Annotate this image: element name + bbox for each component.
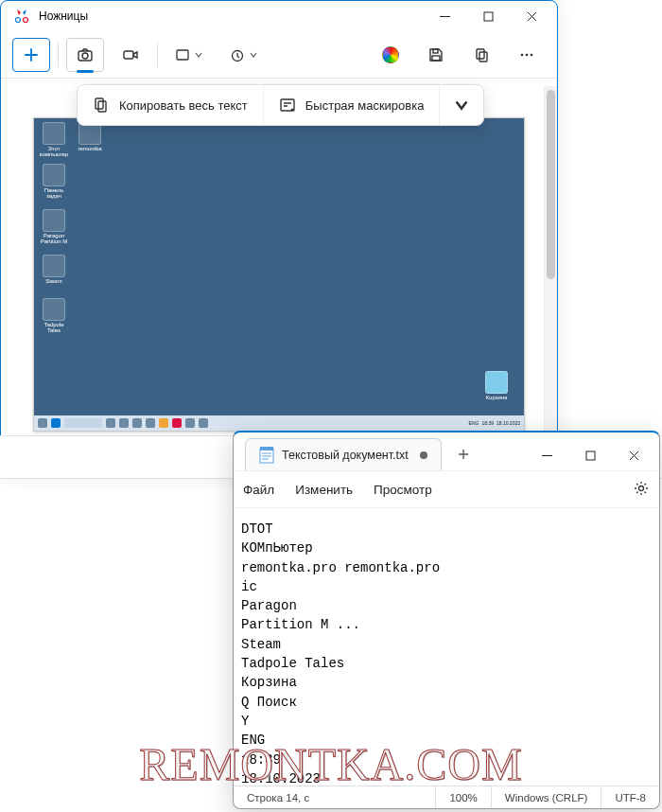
svg-rect-22 bbox=[586, 451, 595, 460]
svg-rect-15 bbox=[96, 98, 103, 109]
svg-rect-11 bbox=[479, 52, 487, 62]
menu-edit[interactable]: Изменить bbox=[295, 483, 353, 497]
status-encoding: UTF-8 bbox=[601, 786, 659, 808]
snipping-tool-icon bbox=[14, 9, 29, 24]
desktop-icon-recycle-bin: Корзина bbox=[480, 371, 513, 400]
svg-rect-10 bbox=[477, 49, 484, 59]
svg-rect-2 bbox=[484, 12, 493, 21]
notepad-close-button[interactable] bbox=[612, 440, 655, 470]
notepad-titlebar: Текстовый документ.txt bbox=[234, 432, 659, 470]
quick-redact-label: Быстрая маскировка bbox=[305, 98, 425, 113]
notepad-minimize-button[interactable] bbox=[525, 440, 568, 470]
close-button[interactable] bbox=[510, 1, 553, 31]
desktop-icon: Этот компьютер bbox=[38, 122, 70, 157]
svg-rect-6 bbox=[177, 50, 188, 60]
screenshot-taskbar: ENG 18:39 18.10.2023 bbox=[34, 415, 524, 431]
titlebar: Ножницы bbox=[1, 1, 557, 31]
copy-all-text-label: Копировать весь текст bbox=[119, 98, 248, 113]
svg-point-12 bbox=[521, 53, 524, 56]
snipping-tool-window: Ножницы Копирова bbox=[0, 0, 558, 473]
quick-redact-button[interactable]: Быстрая маскировка bbox=[264, 85, 441, 125]
separator bbox=[58, 43, 59, 67]
minimize-button[interactable] bbox=[423, 1, 466, 31]
svg-rect-5 bbox=[124, 51, 133, 59]
unsaved-indicator-icon bbox=[420, 451, 427, 459]
edit-in-paint-button[interactable] bbox=[372, 38, 409, 72]
window-title: Ножницы bbox=[39, 9, 423, 23]
delay-dropdown[interactable] bbox=[220, 38, 268, 72]
desktop-icon: Tadpole Tales bbox=[38, 298, 70, 333]
notepad-text-area[interactable]: DTOT КОМпЬютер remontka.pro remontka.pro… bbox=[234, 508, 659, 786]
toolbar bbox=[1, 31, 557, 79]
menu-view[interactable]: Просмотр bbox=[374, 483, 432, 497]
screenshot-tray: ENG 18:39 18.10.2023 bbox=[469, 420, 520, 426]
notepad-menubar: Файл Изменить Просмотр bbox=[234, 470, 659, 508]
copy-button[interactable] bbox=[462, 38, 500, 72]
desktop-icon: Панель задач bbox=[38, 164, 70, 199]
svg-point-13 bbox=[526, 53, 529, 56]
document-filename: Текстовый документ.txt bbox=[282, 449, 409, 462]
status-zoom: 100% bbox=[436, 786, 491, 808]
actions-dropdown[interactable] bbox=[440, 85, 483, 125]
canvas-area: Этот компьютерremontkaПанель задачParago… bbox=[10, 86, 548, 463]
svg-point-14 bbox=[531, 53, 533, 56]
status-eol: Windows (CRLF) bbox=[492, 786, 602, 808]
notepad-statusbar: Строка 14, с 100% Windows (CRLF) UTF-8 bbox=[234, 786, 659, 808]
settings-button[interactable] bbox=[633, 480, 650, 500]
desktop-icon: remontka bbox=[74, 122, 106, 151]
desktop-icon: Steam bbox=[38, 255, 70, 284]
svg-point-1 bbox=[24, 18, 28, 23]
menu-file[interactable]: Файл bbox=[243, 483, 274, 497]
svg-point-0 bbox=[16, 18, 21, 23]
vertical-scrollbar[interactable] bbox=[544, 86, 557, 463]
snip-shape-dropdown[interactable] bbox=[166, 38, 213, 72]
photo-mode-button[interactable] bbox=[66, 38, 104, 72]
captured-screenshot[interactable]: Этот компьютерremontkaПанель задачParago… bbox=[33, 117, 525, 432]
save-button[interactable] bbox=[417, 38, 455, 72]
new-tab-button[interactable] bbox=[447, 438, 479, 470]
svg-point-4 bbox=[82, 53, 88, 59]
document-tab[interactable]: Текстовый документ.txt bbox=[245, 438, 442, 470]
status-cursor: Строка 14, с bbox=[234, 786, 436, 808]
new-snip-button[interactable] bbox=[12, 38, 50, 72]
notepad-icon bbox=[259, 447, 274, 464]
text-actions-popup: Копировать весь текст Быстрая маскировка bbox=[77, 84, 484, 126]
maximize-button[interactable] bbox=[466, 1, 510, 31]
svg-rect-21 bbox=[260, 447, 273, 450]
svg-point-23 bbox=[639, 485, 644, 490]
copy-all-text-button[interactable]: Копировать весь текст bbox=[78, 85, 264, 125]
desktop-icon: Paragon Partition M bbox=[38, 209, 70, 244]
notepad-window: Текстовый документ.txt Файл Изменить Про… bbox=[233, 431, 660, 809]
notepad-maximize-button[interactable] bbox=[568, 440, 612, 470]
separator bbox=[157, 43, 158, 67]
svg-rect-8 bbox=[433, 49, 438, 53]
video-mode-button[interactable] bbox=[112, 38, 149, 72]
more-button[interactable] bbox=[508, 38, 546, 72]
svg-rect-16 bbox=[98, 101, 106, 112]
svg-rect-9 bbox=[432, 56, 440, 61]
